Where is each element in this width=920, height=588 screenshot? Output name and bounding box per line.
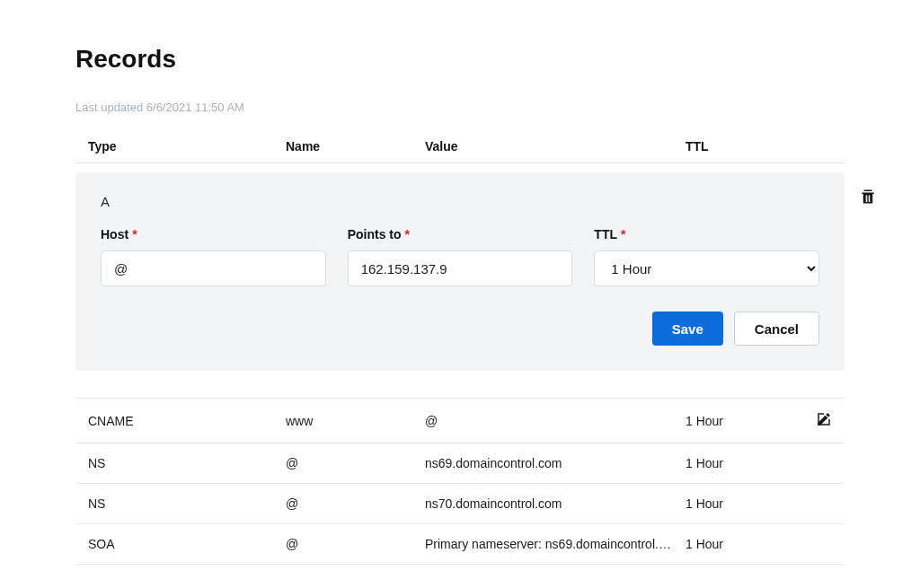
edit-icon[interactable] <box>816 411 832 430</box>
header-name: Name <box>286 139 425 154</box>
ttl-select[interactable]: 1 Hour <box>594 250 819 286</box>
header-value: Value <box>425 139 686 154</box>
records-table: Type Name Value TTL A Host* Points to* T… <box>75 130 845 588</box>
save-button[interactable]: Save <box>652 312 723 346</box>
cell-actions <box>775 411 832 430</box>
cell-type: NS <box>88 496 286 511</box>
page-title: Records <box>75 45 845 74</box>
table-row: CNAMEwww@1 Hour <box>75 398 845 443</box>
cell-ttl: 1 Hour <box>686 414 775 428</box>
cancel-button[interactable]: Cancel <box>734 312 819 346</box>
points-to-input[interactable] <box>348 250 573 286</box>
host-input[interactable] <box>101 250 326 286</box>
table-header-row: Type Name Value TTL <box>75 130 845 163</box>
table-row: SOA@Primary nameserver: ns69.domaincontr… <box>75 524 845 565</box>
ttl-label: TTL* <box>594 227 819 241</box>
cell-ttl: 1 Hour <box>686 537 775 551</box>
cell-ttl: 1 Hour <box>686 496 775 511</box>
trash-icon[interactable] <box>860 189 876 208</box>
cell-ttl: 1 Hour <box>686 456 775 470</box>
edit-record-type: A <box>101 194 819 209</box>
cell-type: CNAME <box>88 414 286 428</box>
cell-name: www <box>286 414 425 428</box>
table-row: NS@ns70.domaincontrol.com1 Hour <box>75 484 845 524</box>
cell-value: @ <box>425 414 686 428</box>
points-to-label: Points to* <box>348 227 573 241</box>
last-updated-text: Last updated 6/6/2021 11:50 AM <box>75 101 845 114</box>
record-edit-panel: A Host* Points to* TTL* 1 Hour Save Canc… <box>75 172 845 371</box>
host-label: Host* <box>101 227 326 241</box>
cell-value: Primary nameserver: ns69.domaincontrol.c… <box>425 537 686 551</box>
cell-type: SOA <box>88 537 286 551</box>
table-row: NS@ns69.domaincontrol.com1 Hour <box>75 443 845 484</box>
header-type: Type <box>88 139 286 154</box>
cell-name: @ <box>286 496 425 511</box>
cell-value: ns70.domaincontrol.com <box>425 496 686 511</box>
cell-name: @ <box>286 537 425 551</box>
cell-type: NS <box>88 456 286 470</box>
header-ttl: TTL <box>686 139 775 154</box>
cell-value: ns69.domaincontrol.com <box>425 456 686 470</box>
cell-name: @ <box>286 456 425 470</box>
